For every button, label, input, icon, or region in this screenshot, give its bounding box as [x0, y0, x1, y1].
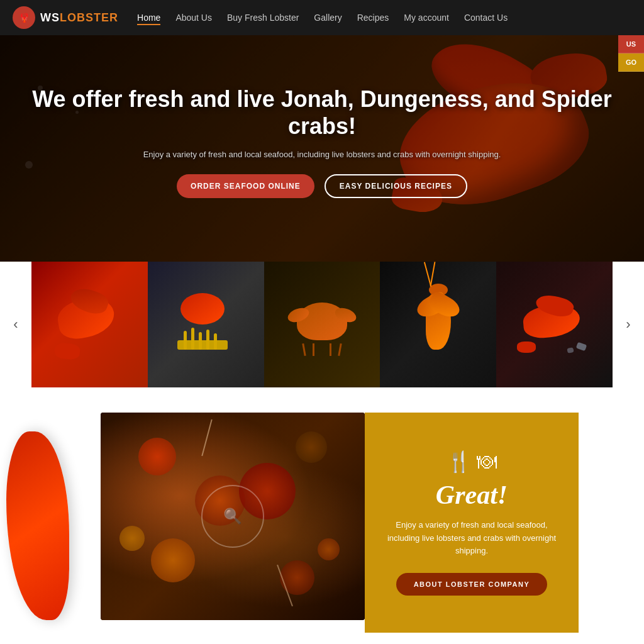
nav-link-about[interactable]: About Us — [175, 10, 212, 25]
sidebar-tab-us[interactable]: US — [618, 35, 644, 53]
gallery-next-button[interactable]: › — [613, 262, 644, 387]
nav-item-recipes[interactable]: Recipes — [357, 12, 389, 23]
gallery-img-3-overlay — [264, 262, 380, 387]
gallery-img-2-overlay — [148, 262, 264, 387]
hero-content: We offer fresh and live Jonah, Dungeness… — [0, 35, 644, 198]
dining-icon: 🍴 🍽 — [447, 450, 497, 474]
nav-item-buy[interactable]: Buy Fresh Lobster — [227, 12, 299, 23]
nav-link-home[interactable]: Home — [137, 10, 160, 25]
feast-center: 🔍 — [101, 413, 365, 620]
nav-item-about[interactable]: About Us — [175, 12, 212, 23]
side-lobster-decoration — [0, 431, 88, 633]
nav-link-gallery[interactable]: Gallery — [314, 10, 341, 25]
easy-recipes-button[interactable]: EASY DELICIOUS RECIPES — [325, 174, 467, 198]
feature-section: 🔍 🍴 🍽 Great! Enjoy a variety of fresh an… — [0, 413, 644, 633]
hero-buttons: ORDER SEAFOOD ONLINE EASY DELICIOUS RECI… — [0, 174, 644, 198]
logo[interactable]: 🦞 WS LOBSTER — [13, 6, 118, 29]
nav-item-home[interactable]: Home — [137, 12, 160, 23]
navbar: 🦞 WS LOBSTER Home About Us Buy Fresh Lob… — [0, 0, 644, 35]
nav-link-buy[interactable]: Buy Fresh Lobster — [227, 10, 299, 25]
logo-icon: 🦞 — [13, 6, 35, 29]
gallery-images — [31, 262, 613, 387]
gallery-prev-button[interactable]: ‹ — [0, 262, 31, 387]
gallery-item-3[interactable] — [264, 262, 380, 387]
nav-link-contact[interactable]: Contact Us — [464, 10, 508, 25]
nav-link-account[interactable]: My account — [404, 10, 449, 25]
nav-item-contact[interactable]: Contact Us — [464, 12, 508, 23]
feast-circle-icon: 🔍 — [201, 485, 264, 548]
plate-icon: 🍽 — [477, 450, 497, 473]
gallery-item-1[interactable] — [31, 262, 148, 387]
hero-subtitle: Enjoy a variety of fresh and local seafo… — [0, 150, 644, 159]
gallery-img-5-overlay — [496, 262, 613, 387]
gallery-item-2[interactable] — [148, 262, 264, 387]
logo-lobster: LOBSTER — [60, 11, 118, 25]
feature-info: 🍴 🍽 Great! Enjoy a variety of fresh and … — [365, 413, 579, 633]
nav-item-gallery[interactable]: Gallery — [314, 12, 341, 23]
sidebar-tab-go[interactable]: GO — [618, 53, 644, 72]
logo-ws: WS — [40, 11, 60, 25]
hero-title: We offer fresh and live Jonah, Dungeness… — [0, 86, 644, 140]
feature-title: Great! — [436, 480, 508, 510]
search-icon: 🔍 — [223, 508, 242, 525]
gallery-item-4[interactable] — [380, 262, 496, 387]
fork-icon: 🍴 — [447, 450, 472, 473]
gallery-strip: ‹ — [0, 262, 644, 387]
gallery-img-4-overlay — [380, 262, 496, 387]
sidebar-tabs: US GO — [618, 35, 644, 72]
order-seafood-button[interactable]: ORDER SEAFOOD ONLINE — [177, 174, 314, 198]
feature-image: 🔍 — [101, 413, 365, 620]
gallery-item-5[interactable] — [496, 262, 613, 387]
nav-links: Home About Us Buy Fresh Lobster Gallery … — [137, 12, 508, 23]
nav-item-account[interactable]: My account — [404, 12, 449, 23]
nav-link-recipes[interactable]: Recipes — [357, 10, 389, 25]
hero-section: We offer fresh and live Jonah, Dungeness… — [0, 35, 644, 262]
gallery-img-1-overlay — [31, 262, 148, 387]
feature-description: Enjoy a variety of fresh and local seafo… — [384, 519, 560, 558]
about-lobster-button[interactable]: ABOUT LOBSTER COMPANY — [396, 573, 548, 596]
side-lobster-shape — [6, 431, 69, 620]
